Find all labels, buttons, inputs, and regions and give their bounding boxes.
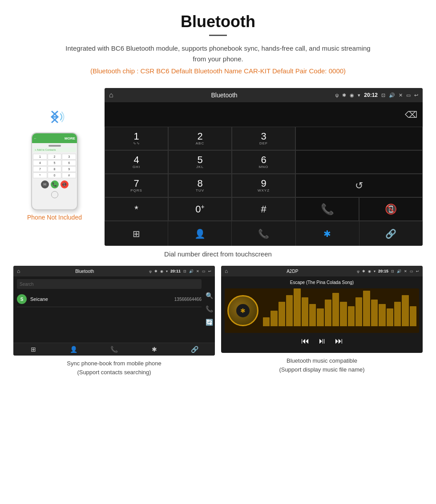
dial-key-6[interactable]: 6 MNO — [232, 150, 295, 174]
phone-action-row: ✉ 📞 📵 — [32, 179, 77, 190]
bt-signal-icon — [44, 106, 66, 128]
phonebook-panel: ⌂ Bluetooth ψ ✱ ◉ ▾ 20:11 ⊡ 🔊 ✕ ▭ ↩ Sear… — [13, 266, 215, 376]
phonebook-entry[interactable]: S Seicane 13566664466 — [17, 292, 202, 307]
camera-status-icon: ⊡ — [381, 92, 385, 98]
volume-status-icon: 🔊 — [389, 92, 395, 98]
dial-key-blank-1 — [295, 127, 423, 150]
phone-top-bar: ← MORE — [32, 133, 77, 143]
phone-home-button — [51, 191, 58, 198]
dial-key-2[interactable]: 2 ABC — [168, 127, 232, 150]
refresh-icon[interactable]: 🔄 — [206, 319, 213, 326]
music-controls: ⏮ ⏯ ⏭ — [225, 333, 419, 349]
dial-screen: ⌂ Bluetooth ψ ✱ ◉ ▾ 20:12 ⊡ 🔊 ✕ ▭ ↩ ⌫ 1 … — [105, 88, 423, 246]
dial-key-4[interactable]: 4 GHI — [105, 150, 168, 174]
music-bar — [355, 297, 362, 326]
dial-row-1: 1 ∿∿ 2 ABC 3 DEF — [105, 127, 423, 150]
music-bar — [279, 302, 285, 326]
phonebook-content: Search S Seicane 13566664466 🔍 📞 🔄 — [13, 276, 215, 307]
music-status-bar: ⌂ A2DP ψ ✱ ◉ ▾ 20:15 ⊡ 🔊 ✕ ▭ ↩ — [221, 266, 423, 276]
music-bar — [309, 304, 316, 326]
song-title: Escape (The Pina Colada Song) — [225, 280, 419, 285]
bottom-panels: ⌂ Bluetooth ψ ✱ ◉ ▾ 20:11 ⊡ 🔊 ✕ ▭ ↩ Sear… — [0, 266, 436, 390]
tech-specs: (Bluetooth chip : CSR BC6 Default Blueto… — [40, 67, 396, 75]
phonebook-screen: ⌂ Bluetooth ψ ✱ ◉ ▾ 20:11 ⊡ 🔊 ✕ ▭ ↩ Sear… — [13, 266, 215, 356]
music-screen-title: A2DP — [230, 269, 354, 274]
call-button[interactable]: 📞 — [295, 197, 359, 221]
dial-key-9[interactable]: 9 WXYZ — [232, 174, 295, 197]
next-button[interactable]: ⏭ — [335, 336, 343, 346]
call-sidebar-icon[interactable]: 📞 — [206, 305, 213, 312]
bt-status-icon: ✱ — [342, 92, 346, 98]
dial-key-5[interactable]: 5 JKL — [168, 150, 232, 174]
dial-key-3[interactable]: 3 DEF — [232, 127, 295, 150]
pb-link-btn[interactable]: 🔗 — [174, 346, 215, 353]
dial-key-hash[interactable]: # — [232, 197, 295, 221]
music-visual: ✱ — [225, 288, 419, 333]
dial-key-0[interactable]: 0+ — [168, 197, 232, 221]
phonebook-blank-space — [13, 307, 215, 343]
dial-key-8[interactable]: 8 TUV — [168, 174, 232, 197]
music-bar — [387, 308, 393, 326]
music-bar — [270, 311, 277, 326]
dial-key-1[interactable]: 1 ∿∿ — [105, 127, 168, 150]
search-placeholder: Search — [20, 282, 34, 287]
album-art: ✱ — [227, 295, 258, 326]
end-call-button[interactable]: 📵 — [359, 197, 423, 221]
music-bar — [294, 288, 300, 326]
music-bar — [263, 317, 270, 326]
calls-button[interactable]: 📞 — [232, 221, 295, 246]
music-panel: ⌂ A2DP ψ ✱ ◉ ▾ 20:15 ⊡ 🔊 ✕ ▭ ↩ Escape (T… — [221, 266, 423, 376]
dial-key-7[interactable]: 7 PQRS — [105, 174, 168, 197]
music-bar — [371, 300, 378, 326]
phonebook-sidebar: 🔍 📞 🔄 — [206, 292, 213, 326]
phonebook-action-bar: ⊞ 👤 📞 ✱ 🔗 — [13, 343, 215, 356]
contacts-button[interactable]: 👤 — [168, 221, 232, 246]
music-bar — [340, 302, 347, 326]
contact-phone: 13566664466 — [174, 297, 202, 302]
music-bar — [394, 302, 401, 326]
phonebook-search-bar[interactable]: Search — [17, 279, 202, 289]
phone-mockup: ← MORE + Add to Contacts 1 2 3 4 5 6 7 8… — [31, 132, 78, 210]
phone-not-included-label: Phone Not Included — [27, 214, 82, 221]
contact-avatar: S — [17, 294, 27, 304]
play-pause-button[interactable]: ⏯ — [318, 336, 326, 346]
music-bar — [317, 308, 323, 326]
home-icon[interactable]: ⌂ — [109, 91, 113, 99]
contact-name: Seicane — [30, 296, 174, 302]
pb-bt-btn[interactable]: ✱ — [134, 346, 175, 353]
title-divider — [209, 35, 227, 36]
page-description: Integrated with BC6 Bluetooth module, su… — [62, 43, 374, 64]
phone-dialpad: 1 2 3 4 5 6 7 8 9 * 0 # — [32, 153, 77, 179]
music-caption: Bluetooth music compatible(Support displ… — [279, 356, 364, 374]
dial-row-3: 7 PQRS 8 TUV 9 WXYZ ↺ — [105, 174, 423, 197]
music-bar — [363, 291, 370, 326]
pb-call-btn[interactable]: 📞 — [94, 346, 134, 353]
gps-status-icon: ◉ — [350, 92, 354, 98]
bluetooth-button[interactable]: ✱ — [296, 221, 359, 246]
dial-status-bar: ⌂ Bluetooth ψ ✱ ◉ ▾ 20:12 ⊡ 🔊 ✕ ▭ ↩ — [105, 88, 423, 102]
pb-contacts-btn[interactable]: 👤 — [54, 346, 94, 353]
dial-row-2: 4 GHI 5 JKL 6 MNO — [105, 150, 423, 174]
dial-display: ⌫ — [105, 102, 423, 127]
music-bar — [332, 293, 339, 326]
search-icon[interactable]: 🔍 — [206, 292, 213, 299]
phonebook-screen-title: Bluetooth — [23, 269, 146, 274]
prev-button[interactable]: ⏮ — [301, 336, 309, 346]
phone-speaker — [48, 145, 61, 147]
usb-icon: ψ — [335, 92, 339, 98]
redial-button[interactable]: ↺ — [295, 174, 423, 197]
album-inner: ✱ — [236, 304, 250, 317]
close-status-icon: ✕ — [399, 92, 403, 98]
back-status-icon[interactable]: ↩ — [414, 92, 418, 98]
dial-key-star[interactable]: * — [105, 197, 168, 221]
dial-section: ← MORE + Add to Contacts 1 2 3 4 5 6 7 8… — [0, 88, 436, 246]
music-content: Escape (The Pina Colada Song) ✱ ⏮ ⏯ ⏭ — [221, 276, 423, 353]
dialpad-view-button[interactable]: ⊞ — [105, 221, 168, 246]
phonebook-status-bar: ⌂ Bluetooth ψ ✱ ◉ ▾ 20:11 ⊡ 🔊 ✕ ▭ ↩ — [13, 266, 215, 276]
dial-key-blank-2 — [295, 150, 423, 174]
pb-dialpad-btn[interactable]: ⊞ — [13, 346, 54, 353]
music-bar — [402, 295, 408, 326]
bt-music-icon: ✱ — [240, 307, 246, 314]
delete-button[interactable]: ⌫ — [405, 109, 417, 120]
link-button[interactable]: 🔗 — [359, 221, 423, 246]
